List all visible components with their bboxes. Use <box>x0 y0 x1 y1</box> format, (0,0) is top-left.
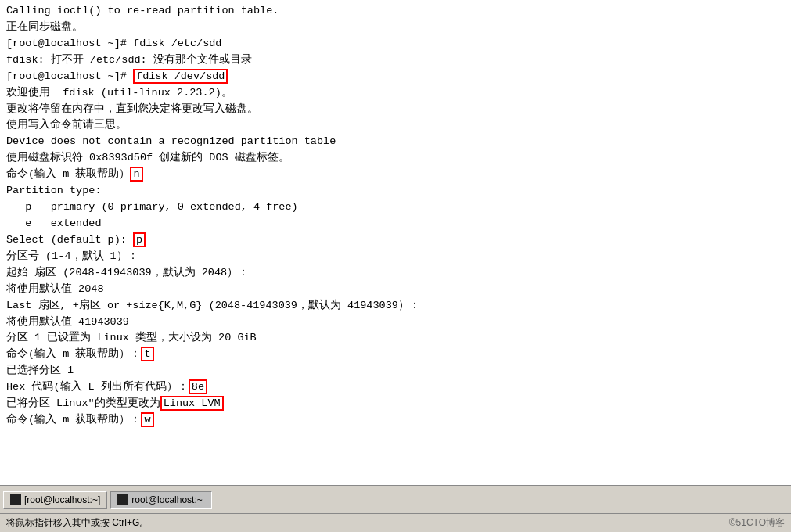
taskbar: [root@localhost:~]root@localhost:~ <box>0 485 791 513</box>
terminal-wrapper: Calling ioctl() to re-read partition tab… <box>0 0 791 485</box>
terminal-line: 使用磁盘标识符 0x8393d50f 创建新的 DOS 磁盘标签。 <box>6 150 785 167</box>
terminal-line: Partition type: <box>6 183 785 200</box>
terminal-line: Select (default p): p <box>6 232 785 249</box>
highlighted-input: p <box>133 232 146 247</box>
highlighted-input: t <box>141 347 153 361</box>
highlighted-input: n <box>130 167 142 182</box>
terminal-line: p primary (0 primary, 0 extended, 4 free… <box>6 200 785 216</box>
terminal-line: 分区 1 已设置为 Linux 类型，大小设为 20 GiB <box>6 330 785 347</box>
taskbar-button[interactable]: root@localhost:~ <box>110 491 212 509</box>
terminal-line: Device does not contain a recognized par… <box>6 134 785 150</box>
terminal-line: 命令(输入 m 获取帮助）：t <box>6 347 785 363</box>
terminal-line: 更改将停留在内存中，直到您决定将更改写入磁盘。 <box>6 102 785 118</box>
taskbar-button[interactable]: [root@localhost:~] <box>3 491 107 509</box>
terminal-icon <box>117 494 128 505</box>
terminal-icon <box>10 494 21 505</box>
terminal-line: 已将分区 Linux"的类型更改为Linux LVM <box>6 396 785 412</box>
terminal-line: 起始 扇区 (2048-41943039，默认为 2048）： <box>6 265 785 282</box>
terminal-line: 命令(输入 m 获取帮助）：w <box>6 412 785 429</box>
terminal-line: 已选择分区 1 <box>6 363 785 379</box>
status-bar: 将鼠标指针移入其中或按 Ctrl+G。 ©51CTO博客 <box>0 513 791 532</box>
terminal-line: 欢迎使用 fdisk (util-linux 2.23.2)。 <box>6 85 785 102</box>
terminal-line: Calling ioctl() to re-read partition tab… <box>6 3 785 20</box>
terminal-line: [root@localhost ~]# fdisk /dev/sdd <box>6 69 785 85</box>
terminal-line: 将使用默认值 41943039 <box>6 315 785 331</box>
terminal-line: [root@localhost ~]# fdisk /etc/sdd <box>6 36 785 52</box>
highlighted-input: w <box>141 412 153 427</box>
terminal-line: 使用写入命令前请三思。 <box>6 117 785 134</box>
highlighted-command: fdisk /dev/sdd <box>133 69 228 84</box>
terminal-content[interactable]: Calling ioctl() to re-read partition tab… <box>0 0 791 485</box>
taskbar-button-label: root@localhost:~ <box>131 494 203 505</box>
terminal-line: Last 扇区, +扇区 or +size{K,M,G} (2048-41943… <box>6 298 785 315</box>
status-text: 将鼠标指针移入其中或按 Ctrl+G。 <box>6 516 149 530</box>
watermark: ©51CTO博客 <box>729 516 785 530</box>
highlighted-input: Linux LVM <box>160 396 224 411</box>
terminal-line: e extended <box>6 216 785 232</box>
highlighted-input: 8e <box>189 379 207 394</box>
terminal-line: 将使用默认值 2048 <box>6 282 785 298</box>
terminal-line: 分区号 (1-4，默认 1）： <box>6 249 785 265</box>
taskbar-button-label: [root@localhost:~] <box>24 494 100 505</box>
terminal-line: 正在同步磁盘。 <box>6 20 785 36</box>
terminal-line: Hex 代码(输入 L 列出所有代码）：8e <box>6 379 785 396</box>
terminal-line: fdisk: 打不开 /etc/sdd: 没有那个文件或目录 <box>6 52 785 69</box>
terminal-line: 命令(输入 m 获取帮助）n <box>6 167 785 183</box>
